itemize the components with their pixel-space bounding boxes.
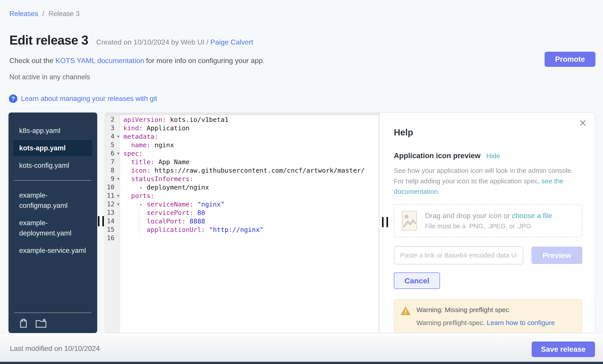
- code-text: spec:: [120, 149, 379, 158]
- git-releases-link[interactable]: Learn about managing your releases with …: [21, 95, 157, 103]
- code-line[interactable]: 5 name: nginx: [105, 141, 379, 149]
- file-tree-item-example-configmap-yaml[interactable]: example-configmap.yaml: [13, 187, 92, 214]
- code-line[interactable]: 4▾metadata:: [105, 132, 379, 141]
- code-line[interactable]: 7 title: App Name: [105, 158, 379, 166]
- code-line[interactable]: 10 - deployment/nginx: [105, 183, 379, 192]
- code-line[interactable]: 12▾ - serviceName: "nginx": [105, 200, 379, 209]
- help-circle-icon: ?: [9, 94, 17, 103]
- code-text: title: App Name: [120, 158, 379, 166]
- line-number: 8: [105, 166, 120, 175]
- icon-url-input[interactable]: [394, 246, 523, 265]
- file-tree-item-kots-app-yaml[interactable]: kots-app.yaml: [13, 140, 92, 156]
- icon-preview-description: See how your application icon will look …: [394, 165, 582, 197]
- doc-hint-row: Check out the KOTS YAML documentation fo…: [9, 56, 265, 65]
- file-tree: k8s-app.yamlkots-app.yamlkots-config.yam…: [9, 112, 97, 259]
- help-panel-resize-handle[interactable]: [382, 217, 388, 227]
- file-tree-item-example-service-yaml[interactable]: example-service.yaml: [13, 243, 92, 259]
- line-number: 6▾: [105, 149, 120, 158]
- hide-link[interactable]: Hide: [486, 152, 500, 160]
- fold-arrow-icon[interactable]: ▾: [117, 200, 119, 209]
- code-text: ports:: [120, 192, 379, 200]
- line-number: 16: [105, 234, 120, 242]
- code-line[interactable]: 3kind: Application: [105, 124, 379, 132]
- created-info: Created on 10/10/2024 by Web UI / Paige …: [96, 38, 253, 46]
- kots-yaml-docs-link[interactable]: KOTS YAML documentation: [55, 56, 144, 65]
- editor-lines: 1---2apiVersion: kots.io/v1beta13kind: A…: [105, 112, 379, 242]
- icon-preview-section-header: Application icon preview Hide: [394, 152, 582, 160]
- save-release-button[interactable]: Save release: [532, 342, 595, 357]
- divider: [14, 312, 92, 313]
- code-text: icon: https://raw.githubusercontent.com/…: [120, 166, 379, 175]
- doc-hint-suffix: for more info on configuring your app.: [144, 56, 265, 65]
- breadcrumb-current: Release 3: [48, 10, 80, 18]
- code-text: [120, 234, 379, 242]
- help-panel-title: Help: [394, 127, 582, 138]
- file-tree-sidebar: k8s-app.yamlkots-app.yamlkots-config.yam…: [9, 112, 97, 333]
- code-line[interactable]: 11▾ ports:: [105, 192, 379, 200]
- icon-dropzone[interactable]: Drag and drop your icon or choose a file…: [394, 204, 582, 237]
- page-title: Edit release 3: [9, 33, 88, 47]
- file-tree-item-kots-config-yaml[interactable]: kots-config.yaml: [13, 157, 92, 174]
- dropzone-text: Drag and drop your icon or choose a file…: [425, 212, 552, 230]
- channel-status-text: Not active in any channels: [9, 73, 90, 81]
- code-line[interactable]: 8 icon: https://raw.githubusercontent.co…: [105, 166, 379, 175]
- dropzone-line1: Drag and drop your icon or: [425, 212, 512, 220]
- code-text: metadata:: [120, 132, 379, 141]
- code-line[interactable]: 15 applicationUrl: "http://nginx": [105, 225, 379, 234]
- cancel-button[interactable]: Cancel: [394, 272, 440, 289]
- code-line[interactable]: 14 localPort: 8888: [105, 217, 379, 225]
- breadcrumb-releases-link[interactable]: Releases: [9, 10, 38, 18]
- code-line[interactable]: 13 servicePort: 80: [105, 209, 379, 217]
- code-text: kind: Application: [120, 124, 379, 132]
- image-placeholder-icon: [402, 211, 417, 231]
- code-text: statusInformers:: [120, 175, 379, 183]
- code-line[interactable]: 9▾ statusInformers:: [105, 175, 379, 183]
- breadcrumb-separator: /: [42, 10, 44, 18]
- editor-horizontal-scrollbar[interactable]: [105, 113, 379, 115]
- yaml-code-editor[interactable]: 1---2apiVersion: kots.io/v1beta13kind: A…: [105, 112, 379, 333]
- code-text: name: nginx: [120, 141, 379, 149]
- file-tree-item-example-deployment-yaml[interactable]: example-deployment.yaml: [13, 215, 92, 241]
- code-text: servicePort: 80: [120, 209, 379, 217]
- fold-arrow-icon[interactable]: ▾: [117, 175, 119, 183]
- help-panel: ✕ Help Application icon preview Hide See…: [379, 112, 595, 333]
- file-tree-item-k8s-app-yaml[interactable]: k8s-app.yaml: [13, 123, 92, 139]
- breadcrumb: Releases / Release 3: [9, 10, 80, 18]
- code-line[interactable]: 16: [105, 234, 379, 242]
- line-number: 2: [105, 115, 120, 124]
- line-number: 14: [105, 217, 120, 225]
- code-text: localPort: 8888: [120, 217, 379, 225]
- author-link[interactable]: Paige Calvert: [210, 38, 253, 46]
- close-icon[interactable]: ✕: [579, 119, 587, 128]
- choose-file-link[interactable]: choose a file: [512, 212, 552, 220]
- code-line[interactable]: 2apiVersion: kots.io/v1beta1: [105, 115, 379, 124]
- fold-arrow-icon[interactable]: ▾: [117, 132, 119, 141]
- footer-bar: Last modified on 10/10/2024 Save release: [0, 333, 603, 362]
- line-number: 4▾: [105, 132, 120, 141]
- add-file-icon[interactable]: [18, 318, 29, 329]
- title-row: Edit release 3 Created on 10/10/2024 by …: [9, 33, 253, 47]
- file-tree-divider: [14, 180, 92, 181]
- add-folder-icon[interactable]: [35, 318, 47, 329]
- promote-button[interactable]: Promote: [545, 52, 595, 67]
- doc-hint-prefix: Check out the: [9, 56, 55, 65]
- line-number: 5: [105, 141, 120, 149]
- last-modified-label: Last modified on 10/10/2024: [10, 344, 100, 353]
- code-text: applicationUrl: "http://nginx": [120, 225, 379, 234]
- created-text: Created on 10/10/2024 by Web UI /: [96, 38, 210, 46]
- line-number: 3: [105, 124, 120, 132]
- line-number: 7: [105, 158, 120, 166]
- fold-arrow-icon[interactable]: ▾: [117, 149, 119, 158]
- code-text: apiVersion: kots.io/v1beta1: [120, 115, 379, 124]
- line-number: 11▾: [105, 192, 120, 200]
- line-number: 10: [105, 183, 120, 192]
- fold-arrow-icon[interactable]: ▾: [117, 192, 119, 200]
- preview-button[interactable]: Preview: [531, 247, 582, 264]
- warning-body: Warning preflight-spec.: [416, 319, 487, 326]
- configure-preflight-link[interactable]: Learn how to configure: [487, 319, 555, 326]
- code-line[interactable]: 6▾spec:: [105, 149, 379, 158]
- icon-url-row: Preview: [394, 246, 582, 265]
- sidebar-resize-handle[interactable]: [98, 216, 104, 226]
- file-tree-footer: [9, 312, 97, 329]
- description-period: .: [438, 188, 440, 195]
